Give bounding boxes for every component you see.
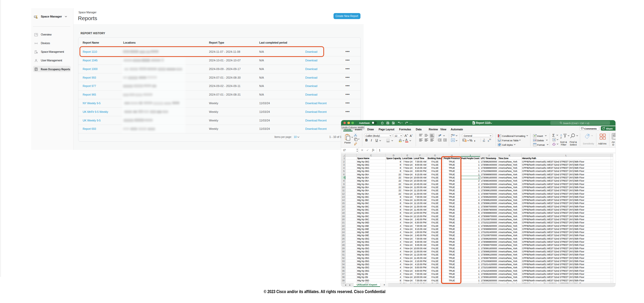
- svg-text:ab: ab: [438, 134, 441, 136]
- svg-text:Z: Z: [560, 136, 562, 139]
- svg-text:¥: ¥: [463, 139, 464, 141]
- svg-text:.0: .0: [488, 140, 489, 142]
- svg-text:0: 0: [484, 138, 485, 140]
- svg-text:c: c: [451, 135, 452, 137]
- svg-text:.00: .00: [483, 140, 485, 142]
- svg-text:00: 00: [489, 138, 491, 140]
- svg-text:A: A: [560, 134, 562, 136]
